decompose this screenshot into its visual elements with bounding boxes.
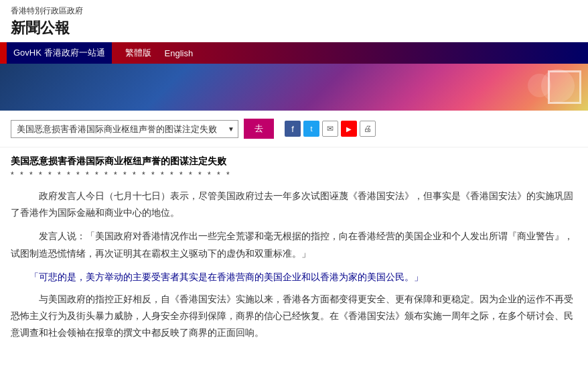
page-header: 香港特別行政區政府 新聞公報 (0, 0, 588, 42)
nav-govhk[interactable]: GovHK 香港政府一站通 (7, 42, 112, 64)
nav-bar: GovHK 香港政府一站通 繁體版 English (0, 42, 588, 64)
article-select[interactable]: 美国恶意损害香港国际商业枢纽声誉的图谋注定失败 (11, 120, 238, 138)
article-body: 政府发言人今日（七月十七日）表示，尽管美国政府过去一年多次试图诬蔑《香港国安法》… (11, 188, 577, 342)
article-para4: 与美国政府的指控正好相反，自《香港国安法》实施以来，香港各方面都变得更安全、更有… (11, 291, 577, 342)
facebook-icon[interactable]: f (285, 121, 301, 137)
mail-icon[interactable]: ✉ (322, 121, 338, 137)
gov-label: 香港特別行政區政府 (11, 5, 577, 17)
search-bar: 美国恶意损害香港国际商业枢纽声誉的图谋注定失败 ▼ 去 f t ✉ ▶ 🖨 (0, 111, 588, 147)
nav-english[interactable]: English (165, 48, 194, 58)
select-wrapper[interactable]: 美国恶意损害香港国际商业枢纽声誉的图谋注定失败 ▼ (11, 120, 238, 138)
print-icon[interactable]: 🖨 (360, 121, 376, 137)
article-title: 美国恶意损害香港国际商业枢纽声誉的图谋注定失败 (11, 156, 577, 168)
article-para1: 政府发言人今日（七月十七日）表示，尽管美国政府过去一年多次试图诬蔑《香港国安法》… (11, 188, 577, 221)
article-para2: 发言人说：「美国政府对香港情况作出一些完全荒谬和毫无根据的指控，向在香港经营的美… (11, 228, 577, 261)
divider-stars: * * * * * * * * * * * * * * * * * * * * … (11, 170, 577, 180)
banner (0, 64, 588, 111)
youtube-icon[interactable]: ▶ (341, 121, 357, 137)
article-quote: 「可悲的是，美方举动的主要受害者其实是在香港营商的美国企业和以香港为家的美国公民… (11, 269, 577, 286)
go-button[interactable]: 去 (244, 119, 274, 139)
twitter-icon[interactable]: t (303, 121, 319, 137)
social-icons: f t ✉ ▶ 🖨 (285, 121, 376, 137)
nav-trad[interactable]: 繁體版 (125, 47, 151, 59)
page-title: 新聞公報 (11, 18, 577, 38)
article-content: 美国恶意损害香港国际商业枢纽声誉的图谋注定失败 * * * * * * * * … (0, 147, 588, 362)
banner-box (548, 70, 581, 104)
